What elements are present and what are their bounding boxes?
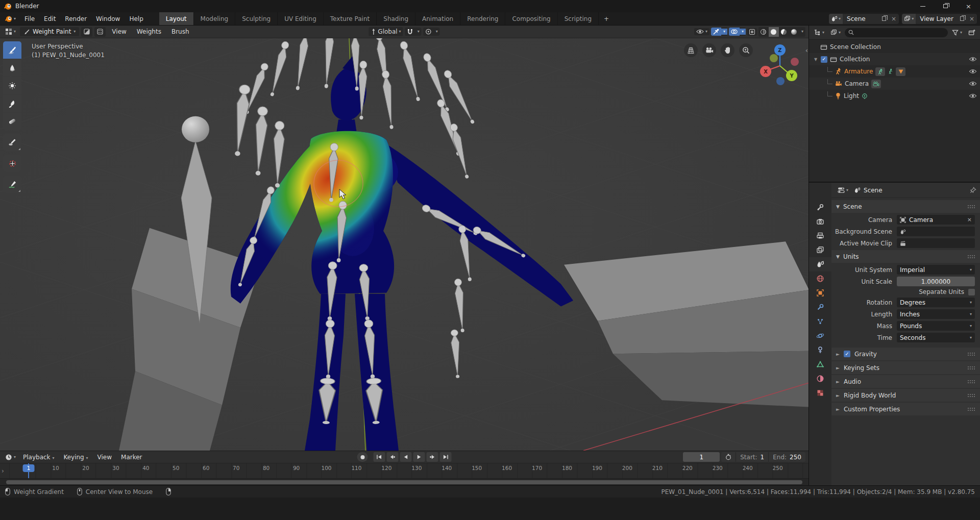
light-data-badge[interactable] [862, 93, 868, 99]
move-view-button[interactable] [721, 43, 734, 57]
shading-wireframe-button[interactable] [758, 27, 769, 37]
timeline-ruler[interactable]: › 1 102030405060708090100110120130140150… [0, 463, 808, 478]
unit-system-dropdown[interactable]: Imperial▾ [897, 265, 975, 275]
menu-window[interactable]: Window [91, 13, 125, 24]
current-frame-field[interactable]: 1 [683, 452, 720, 462]
timeline-editor-type-button[interactable]: ▾ [3, 453, 18, 462]
outliner-editor-type-button[interactable]: ▾ [812, 28, 826, 37]
outliner-row-armature[interactable]: Armature [809, 65, 980, 78]
hide-toggle-eye-icon[interactable] [969, 81, 977, 86]
outliner-filter-button[interactable]: ▾ [950, 29, 964, 37]
camera-data-badge[interactable] [871, 80, 881, 88]
paint-mask-toggle[interactable] [81, 27, 92, 37]
proportional-falloff-dropdown[interactable]: ▾ [434, 29, 440, 35]
show-gizmos-toggle[interactable] [711, 28, 721, 36]
vertex-mask-toggle[interactable] [94, 27, 106, 37]
scene-name-field[interactable]: Scene [843, 15, 879, 22]
pose-badge[interactable] [888, 68, 893, 75]
shading-material-button[interactable] [779, 27, 789, 37]
tool-sample-weight[interactable] [3, 134, 21, 151]
orientation-dropdown[interactable]: Global ▾ [369, 27, 403, 36]
frame-start-field[interactable]: Start:1 [736, 452, 768, 462]
armature-data-badge[interactable] [875, 67, 885, 76]
mode-dropdown[interactable]: Weight Paint ▾ [20, 27, 79, 36]
tool-gradient[interactable] [3, 113, 21, 130]
active-movie-clip-field[interactable] [897, 238, 975, 248]
menu-render[interactable]: Render [60, 13, 91, 24]
tab-modifiers[interactable] [809, 300, 831, 314]
outliner-row-camera[interactable]: Camera [809, 78, 980, 90]
workspace-tab[interactable]: Compositing [505, 12, 557, 25]
tab-physics[interactable] [809, 329, 831, 343]
tool-average[interactable] [3, 77, 21, 94]
toggle-perspective-button[interactable] [684, 43, 698, 57]
outliner-search[interactable] [845, 28, 948, 37]
tab-tool[interactable] [809, 200, 831, 214]
menu-view[interactable]: View [108, 27, 130, 37]
xray-toggle[interactable] [747, 28, 757, 36]
mass-dropdown[interactable]: Pounds▾ [897, 321, 975, 331]
rotation-dropdown[interactable]: Degrees▾ [897, 298, 975, 307]
gravity-checkbox[interactable]: ✓ [844, 351, 850, 357]
outliner-row-collection[interactable]: ▼ ✓ Collection [809, 53, 980, 65]
menu-help[interactable]: Help [125, 13, 148, 24]
gizmos-options-dropdown[interactable]: ▾ [721, 29, 727, 35]
workspace-tab[interactable]: Texture Paint [324, 12, 377, 25]
snap-toggle[interactable] [405, 28, 415, 36]
menu-timeline-view[interactable]: View [93, 452, 116, 462]
minimize-button[interactable] [911, 0, 934, 12]
panel-custom-properties[interactable]: ► Custom Properties [831, 403, 980, 415]
play-button[interactable] [413, 452, 425, 462]
blender-menu-button[interactable]: ▾ [0, 15, 20, 22]
workspace-tab[interactable]: Modeling [194, 12, 236, 25]
timeline-scrollbar[interactable] [6, 480, 802, 484]
hide-toggle-eye-icon[interactable] [969, 93, 977, 98]
scene-browse-button[interactable]: ▾ [829, 14, 843, 24]
menu-keying[interactable]: Keying ▾ [59, 452, 92, 462]
panel-scene-header[interactable]: ▼ Scene [831, 200, 980, 213]
overlays-options-dropdown[interactable]: ▾ [740, 29, 746, 35]
visibility-dropdown[interactable]: ▾ [694, 28, 709, 35]
editor-type-button[interactable]: ▾ [3, 27, 18, 36]
shading-rendered-button[interactable] [789, 27, 799, 37]
sidebar-toggle[interactable]: ‹ [805, 46, 808, 54]
tab-texture[interactable] [809, 386, 831, 400]
panel-keying-sets[interactable]: ► Keying Sets [831, 361, 980, 374]
proportional-edit-toggle[interactable] [424, 28, 434, 36]
tab-constraints[interactable] [809, 343, 831, 357]
tab-scene[interactable] [809, 257, 831, 271]
navigation-gizmo[interactable]: Z X Y [757, 43, 801, 87]
menu-edit[interactable]: Edit [39, 13, 60, 24]
properties-editor-type-button[interactable]: ▾ [836, 186, 850, 194]
workspace-tab[interactable]: Scripting [558, 12, 599, 25]
remove-view-layer-button[interactable]: × [967, 15, 977, 22]
close-button[interactable]: × [957, 0, 980, 12]
collection-checkbox[interactable]: ✓ [821, 56, 827, 63]
new-collection-button[interactable] [966, 28, 977, 37]
menu-marker[interactable]: Marker [117, 452, 146, 462]
vertex-group-badge[interactable] [896, 67, 905, 76]
clear-icon[interactable]: × [967, 216, 972, 223]
new-view-layer-button[interactable] [958, 16, 967, 21]
tab-world[interactable] [809, 271, 831, 286]
tool-annotate[interactable] [3, 176, 21, 193]
view-layer-browse-button[interactable]: ▾ [902, 14, 916, 24]
play-reverse-button[interactable] [400, 452, 412, 462]
hide-toggle-eye-icon[interactable] [969, 57, 977, 62]
background-scene-field[interactable] [897, 227, 975, 236]
tab-object[interactable] [809, 286, 831, 300]
viewport-3d[interactable]: User Perspective (1) PEW_01_Nude_0001 [0, 38, 808, 451]
tool-draw-brush[interactable] [3, 41, 21, 59]
pin-icon[interactable] [970, 187, 976, 193]
unlink-scene-button[interactable]: × [889, 15, 899, 22]
workspace-tab[interactable]: Layout [159, 12, 194, 25]
tool-cursor[interactable] [3, 155, 21, 172]
hide-toggle-eye-icon[interactable] [969, 69, 977, 74]
shading-solid-button[interactable] [769, 27, 779, 37]
current-frame-badge[interactable]: 1 [23, 464, 35, 472]
tab-material[interactable] [809, 372, 831, 386]
workspace-tab[interactable]: UV Editing [278, 12, 324, 25]
panel-units-header[interactable]: ▼ Units [831, 250, 980, 263]
tab-output[interactable] [809, 229, 831, 243]
tab-view-layer[interactable] [809, 243, 831, 257]
